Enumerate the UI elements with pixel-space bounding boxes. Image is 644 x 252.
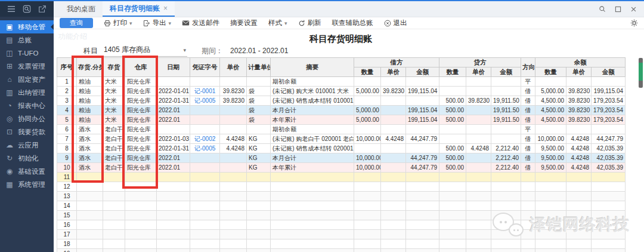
table-cell — [466, 87, 491, 96]
app-search-icon[interactable] — [23, 5, 31, 13]
table-cell: 19,911.50 — [491, 115, 521, 125]
table-cell: 4,500.00 — [535, 106, 566, 115]
table-cell: 39.8230 — [566, 106, 592, 115]
scrollbar-thumb[interactable] — [639, 58, 643, 88]
tab-label: 科目存货明细账 — [110, 4, 160, 14]
sub-column-header-单价: 单价 — [466, 67, 491, 77]
table-row[interactable]: 7酒水老白干阳光仓库2022-01-03记-00024.4248KG(未记账) … — [57, 134, 626, 144]
table-row[interactable]: 17 — [57, 230, 626, 239]
query-button[interactable]: 查询 — [60, 18, 93, 28]
voucher-link[interactable]: 记-0005 — [194, 97, 216, 104]
table-row[interactable]: 1粮油大米阳光仓库期初余额平 — [57, 77, 626, 87]
table-row[interactable]: 13 — [57, 192, 626, 201]
sidebar-item-总账[interactable]: ▤总账 — [0, 33, 54, 47]
table-cell — [354, 144, 381, 153]
table-cell — [406, 249, 439, 252]
tab-bar: 我的桌面科目存货明细账× — [54, 1, 644, 17]
table-row[interactable]: 19 — [57, 249, 626, 252]
subject-select[interactable]: 1405 库存商品 ▾ — [103, 45, 187, 57]
table-cell: 记-0005 — [190, 96, 220, 106]
sidebar-item-我要贷款[interactable]: ⊡我要贷款 — [0, 125, 54, 139]
table-cell — [406, 201, 439, 211]
toolbar-button-摘要设置[interactable]: 摘要设置 — [230, 19, 258, 27]
table-cell — [439, 201, 466, 211]
sidebar-item-云应用[interactable]: ☁云应用 — [0, 139, 54, 152]
toolbar-button-样式[interactable]: 样式▾ — [268, 19, 287, 27]
tab-我的桌面[interactable]: 我的桌面 — [60, 1, 103, 17]
voucher-link[interactable]: 记-0005 — [194, 145, 216, 152]
table-cell — [491, 182, 521, 192]
table-row[interactable]: 4粮油大米阳光仓库2022.01袋本月合计5,000.00199,115.045… — [57, 106, 626, 115]
table-cell — [77, 230, 103, 239]
sidebar-item-协同办公[interactable]: ◎协同办公 — [0, 112, 54, 125]
close-tab-icon[interactable]: × — [163, 4, 168, 13]
table-row[interactable]: 6酒水老白干阳光仓库期初余额平 — [57, 125, 626, 134]
toolbar-button-导出[interactable]: 导出▾ — [143, 19, 172, 27]
table-row[interactable]: 10酒水老白干阳光仓库2022.01KG本年累计10,000.0044,247.… — [57, 163, 626, 173]
toolbar-button-label: 刷新 — [308, 19, 321, 27]
table-cell — [381, 96, 406, 106]
table-row[interactable]: 2粮油大米阳光仓库2022-01-01记-000139.8230袋(未记账) 购… — [57, 87, 626, 96]
toolbar-button-发送邮件[interactable]: 发送邮件 — [182, 19, 219, 27]
table-cell — [566, 173, 592, 182]
launch-icon[interactable] — [38, 5, 47, 13]
sidebar-item-T-UFO[interactable]: ◫T-UFO — [0, 47, 54, 60]
table-cell — [247, 220, 271, 230]
toolbar-button-联查辅助总账[interactable]: 联查辅助总账 — [332, 19, 373, 27]
toolbar-button-刷新[interactable]: 刷新 — [298, 19, 321, 27]
table-cell — [220, 173, 247, 182]
sidebar-item-发票管理[interactable]: ⊞发票管理 — [0, 60, 54, 73]
toolbar-button-打印[interactable]: 打印▾ — [104, 19, 132, 27]
menu-icon[interactable] — [7, 5, 16, 13]
mail-icon — [182, 20, 190, 26]
sidebar-item-基础设置[interactable]: ◉基础设置 — [0, 165, 54, 178]
sidebar-item-固定资产[interactable]: ⌂固定资产 — [0, 73, 54, 86]
table-row[interactable]: 11 — [57, 173, 626, 182]
table-cell: 借 — [521, 106, 535, 115]
close-icon[interactable] — [630, 6, 637, 13]
table-cell: 阳光仓库 — [125, 106, 157, 115]
table-cell: 10,000.00 — [535, 134, 566, 144]
table-cell — [77, 211, 103, 220]
table-cell — [566, 125, 592, 134]
sidebar-item-初始化[interactable]: ↻初始化 — [0, 152, 54, 165]
table-cell: 酒水 — [77, 144, 103, 153]
sidebar-item-出纳管理[interactable]: ▥出纳管理 — [0, 86, 54, 99]
table-row[interactable]: 9酒水老白干阳光仓库2022.01KG本月合计10,000.0044,247.7… — [57, 153, 626, 163]
table-row[interactable]: 8酒水老白干阳光仓库2022-01-31记-00054.4248KG(未记账) … — [57, 144, 626, 153]
search-icon[interactable] — [599, 5, 606, 13]
window-controls — [599, 1, 637, 17]
table-row[interactable]: 18 — [57, 239, 626, 249]
sidebar-item-移动仓管[interactable]: ▣移动仓管 — [0, 20, 54, 33]
table-cell: 阳光仓库 — [125, 115, 157, 125]
table-cell — [125, 249, 157, 252]
table-cell — [125, 220, 157, 230]
table-cell — [439, 230, 466, 239]
table-cell — [77, 192, 103, 201]
table-cell: 199,115.04 — [406, 106, 439, 115]
table-cell: 179,203.54 — [592, 96, 626, 106]
table-row[interactable]: 12 — [57, 182, 626, 192]
tab-科目存货明细账[interactable]: 科目存货明细账× — [103, 1, 175, 17]
maximize-icon[interactable] — [615, 6, 621, 13]
table-cell — [247, 77, 271, 87]
sidebar-item-报表中心[interactable]: ◔报表中心 — [0, 99, 54, 112]
table-row[interactable]: 3粮油大米阳光仓库2022-01-31记-000539.8230袋(未记账) 销… — [57, 96, 626, 106]
table-cell — [157, 211, 190, 220]
settings-gear-icon[interactable] — [630, 19, 638, 27]
table-row[interactable]: 16 — [57, 220, 626, 230]
sidebar-item-系统管理[interactable]: ▦系统管理 — [0, 178, 54, 191]
table-cell — [439, 211, 466, 220]
table-row[interactable]: 5粮油大米阳光仓库2022.01袋本年累计5,000.00199,115.045… — [57, 115, 626, 125]
table-cell — [491, 77, 521, 87]
toolbar-button-退出[interactable]: 退出 — [384, 19, 407, 27]
table-cell — [157, 125, 190, 134]
voucher-link[interactable]: 记-0002 — [194, 136, 216, 142]
voucher-link[interactable]: 记-0001 — [194, 88, 216, 94]
table-cell — [535, 220, 566, 230]
table-cell — [247, 230, 271, 239]
table-row[interactable]: 15 — [57, 211, 626, 220]
table-row[interactable]: 14 — [57, 201, 626, 211]
table-cell — [271, 249, 354, 252]
table-cell: 借 — [521, 115, 535, 125]
